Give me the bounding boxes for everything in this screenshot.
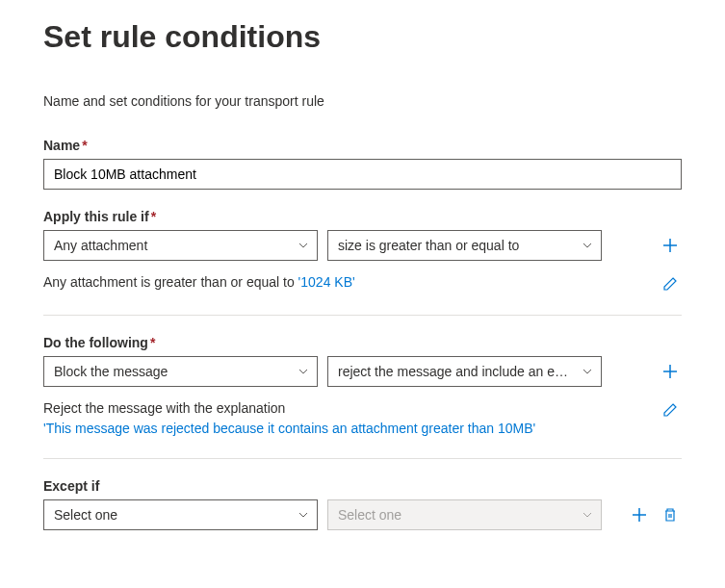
page-title: Set rule conditions bbox=[43, 19, 682, 55]
name-label: Name* bbox=[43, 138, 682, 153]
page-subtitle: Name and set conditions for your transpo… bbox=[43, 93, 682, 109]
name-input[interactable] bbox=[43, 159, 682, 190]
except-if-select-1[interactable]: Select one bbox=[43, 499, 318, 530]
edit-action-button[interactable] bbox=[659, 398, 682, 422]
do-following-summary: Reject the message with the explanation … bbox=[43, 398, 649, 439]
plus-icon bbox=[662, 364, 678, 379]
pencil-icon bbox=[662, 276, 678, 292]
except-if-label: Except if bbox=[43, 478, 682, 494]
add-condition-button[interactable] bbox=[659, 234, 682, 257]
pencil-icon bbox=[662, 402, 678, 418]
plus-icon bbox=[662, 238, 678, 253]
chevron-down-icon bbox=[298, 366, 309, 377]
do-following-value: 'This message was rejected because it co… bbox=[43, 419, 649, 439]
chevron-down-icon bbox=[298, 509, 309, 521]
required-asterisk: * bbox=[150, 335, 155, 350]
trash-icon bbox=[662, 507, 678, 523]
do-following-section: Do the following* Block the message reje… bbox=[43, 335, 682, 459]
do-following-select-1[interactable]: Block the message bbox=[43, 356, 318, 387]
except-if-section: Except if Select one Select one bbox=[43, 478, 682, 530]
apply-if-select-2[interactable]: size is greater than or equal to bbox=[327, 230, 602, 261]
apply-if-section: Apply this rule if* Any attachment size … bbox=[43, 209, 682, 316]
plus-icon bbox=[632, 507, 647, 523]
do-following-select-2[interactable]: reject the message and include an exp... bbox=[327, 356, 602, 387]
chevron-down-icon bbox=[582, 240, 593, 251]
chevron-down-icon bbox=[298, 240, 309, 251]
required-asterisk: * bbox=[82, 138, 87, 153]
name-section: Name* bbox=[43, 138, 682, 190]
add-action-button[interactable] bbox=[659, 360, 682, 383]
apply-if-select-1[interactable]: Any attachment bbox=[43, 230, 318, 261]
required-asterisk: * bbox=[151, 209, 156, 224]
do-following-label: Do the following* bbox=[43, 335, 682, 350]
add-exception-button[interactable] bbox=[628, 503, 651, 526]
chevron-down-icon bbox=[582, 509, 593, 521]
except-if-select-2: Select one bbox=[327, 499, 602, 530]
edit-condition-button[interactable] bbox=[659, 272, 682, 295]
delete-exception-button[interactable] bbox=[659, 503, 682, 526]
apply-if-summary: Any attachment is greater than or equal … bbox=[43, 272, 649, 293]
chevron-down-icon bbox=[582, 366, 593, 377]
apply-if-label: Apply this rule if* bbox=[43, 209, 682, 224]
apply-if-value: '1024 KB' bbox=[298, 274, 355, 290]
